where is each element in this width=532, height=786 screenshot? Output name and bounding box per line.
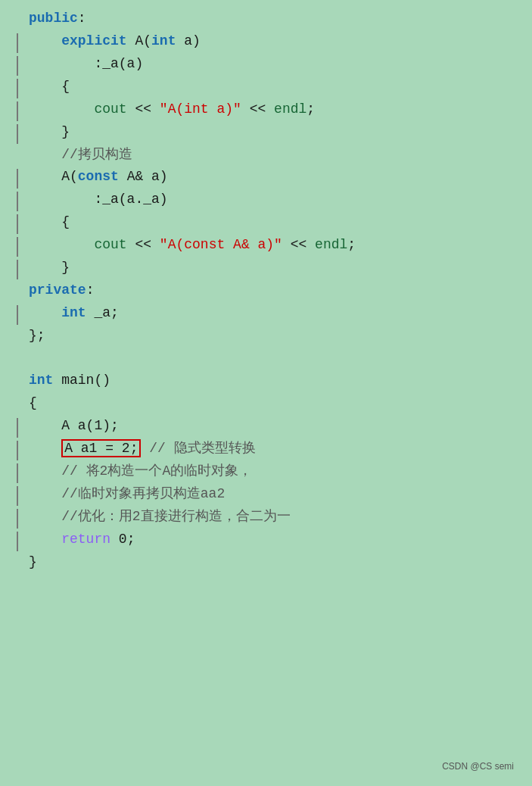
content-23: //优化：用2直接进行构造，合二为一 (29, 506, 520, 529)
gutter-18 (12, 392, 23, 415)
content-8: A(const A& a) (29, 166, 520, 189)
line-11: cout << "A(const A& a)" << endl; (12, 234, 520, 257)
content-11: cout << "A(const A& a)" << endl; (29, 234, 520, 257)
content-2: explicit A(int a) (29, 30, 520, 53)
content-10: { (29, 211, 520, 234)
gutter-3 (12, 53, 23, 76)
content-7: //拷贝构造 (29, 144, 520, 167)
content-15: }; (29, 325, 520, 348)
gutter-9 (12, 189, 23, 211)
content-21: // 将2构造一个A的临时对象， (29, 460, 520, 483)
content-3: :_a(a) (29, 53, 520, 76)
gutter-7 (12, 144, 23, 167)
content-20: A a1 = 2; // 隐式类型转换 (29, 438, 520, 460)
line-15: }; (12, 325, 520, 348)
line-14: int _a; (12, 302, 520, 325)
gutter-24 (12, 529, 23, 551)
line-17: int main() (12, 370, 520, 392)
gutter-13 (12, 279, 23, 302)
line-25: } (12, 551, 520, 574)
line-8: A(const A& a) (12, 166, 520, 189)
line-22: //临时对象再拷贝构造aa2 (12, 483, 520, 506)
line-10: { (12, 211, 520, 234)
line-7: //拷贝构造 (12, 144, 520, 167)
gutter-25 (12, 551, 23, 574)
content-22: //临时对象再拷贝构造aa2 (29, 483, 520, 506)
content-24: return 0; (29, 529, 520, 551)
content-6: } (29, 121, 520, 144)
content-18: { (29, 392, 520, 415)
gutter-8 (12, 166, 23, 189)
gutter-2 (12, 30, 23, 53)
content-5: cout << "A(int a)" << endl; (29, 98, 520, 121)
line-20: A a1 = 2; // 隐式类型转换 (12, 438, 520, 460)
gutter-10 (12, 211, 23, 234)
content-14: int _a; (29, 302, 520, 325)
code-block: public: explicit A(int a) :_a(a) { cout … (12, 8, 520, 778)
gutter-22 (12, 483, 23, 506)
content-1: public: (29, 8, 520, 30)
line-19: A a(1); (12, 415, 520, 438)
gutter-19 (12, 415, 23, 438)
gutter-20 (12, 438, 23, 460)
line-9: :_a(a._a) (12, 189, 520, 211)
watermark: CSDN @CS semi (442, 759, 514, 774)
gutter-16 (12, 348, 23, 370)
line-13: private: (12, 279, 520, 302)
content-13: private: (29, 279, 520, 302)
gutter-1 (12, 8, 23, 30)
gutter-17 (12, 370, 23, 392)
line-18: { (12, 392, 520, 415)
content-12: } (29, 257, 520, 279)
line-4: { (12, 76, 520, 98)
line-12: } (12, 257, 520, 279)
content-17: int main() (29, 370, 520, 392)
line-21: // 将2构造一个A的临时对象， (12, 460, 520, 483)
line-2: explicit A(int a) (12, 30, 520, 53)
gutter-21 (12, 460, 23, 483)
gutter-15 (12, 325, 23, 348)
content-16 (29, 348, 520, 370)
line-23: //优化：用2直接进行构造，合二为一 (12, 506, 520, 529)
content-9: :_a(a._a) (29, 189, 520, 211)
line-1: public: (12, 8, 520, 30)
gutter-11 (12, 234, 23, 257)
line-24: return 0; (12, 529, 520, 551)
gutter-12 (12, 257, 23, 279)
line-6: } (12, 121, 520, 144)
gutter-6 (12, 121, 23, 144)
gutter-23 (12, 506, 23, 529)
line-3: :_a(a) (12, 53, 520, 76)
line-16 (12, 348, 520, 370)
gutter-5 (12, 98, 23, 121)
content-25: } (29, 551, 520, 574)
content-19: A a(1); (29, 415, 520, 438)
gutter-14 (12, 302, 23, 325)
content-4: { (29, 76, 520, 98)
line-5: cout << "A(int a)" << endl; (12, 98, 520, 121)
gutter-4 (12, 76, 23, 98)
